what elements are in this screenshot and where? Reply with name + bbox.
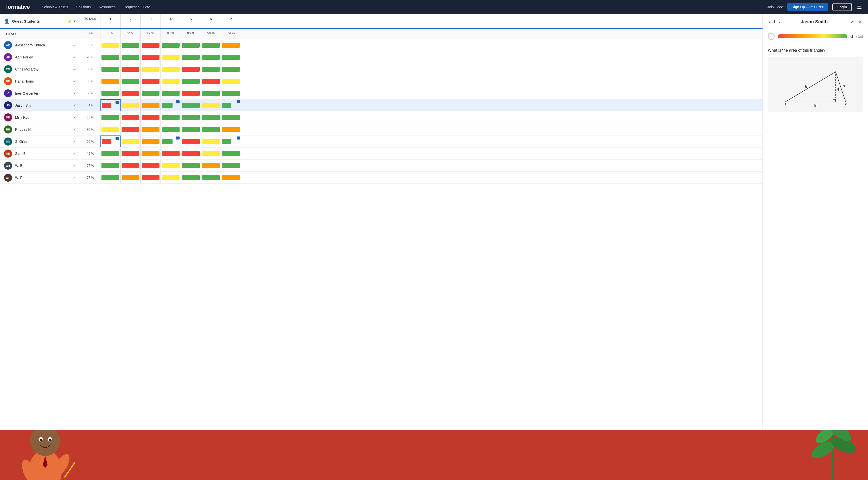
bar-cell[interactable]: [181, 87, 201, 99]
bar-cell[interactable]: [221, 124, 241, 135]
bar-cell[interactable]: [141, 160, 161, 171]
bar-cell[interactable]: [161, 75, 181, 87]
signup-button[interactable]: Sign Up — it's Free: [787, 3, 828, 11]
bar-cell[interactable]: [141, 75, 161, 87]
bar-cell[interactable]: [201, 147, 221, 159]
bar-cell[interactable]: [221, 75, 241, 87]
bar-cell[interactable]: [181, 63, 201, 75]
bar-cell[interactable]: [201, 124, 221, 135]
bar-cell[interactable]: [141, 136, 161, 147]
bar-cell[interactable]: [121, 172, 141, 183]
nav-link-schools[interactable]: Schools & Trusts: [42, 5, 68, 9]
bar-cell[interactable]: [141, 51, 161, 63]
bar-cell[interactable]: [161, 172, 181, 183]
bar-cell[interactable]: [121, 75, 141, 87]
menu-button[interactable]: ☰: [857, 4, 862, 10]
bar-cell[interactable]: [121, 39, 141, 51]
bar-cell[interactable]: [161, 39, 181, 51]
bar-cell[interactable]: [141, 147, 161, 159]
login-button[interactable]: Login: [832, 3, 852, 11]
bar-cell[interactable]: [221, 160, 241, 171]
next-page-button[interactable]: ›: [778, 18, 781, 26]
table-row[interactable]: RH Rhodes H. ✓ 70 %: [0, 124, 763, 136]
table-row[interactable]: SB Sam B. ✓ 49 %: [0, 147, 763, 160]
expand-button[interactable]: ⤢: [849, 18, 855, 26]
bar-cell[interactable]: [141, 172, 161, 183]
table-row[interactable]: MB Milly Roth ✓ 65 %: [0, 111, 763, 124]
bar-cell[interactable]: [201, 75, 221, 87]
bar-cell[interactable]: [221, 63, 241, 75]
table-row[interactable]: WB W. B. ✓ 67 %: [0, 160, 763, 172]
bar-cell[interactable]: [201, 160, 221, 171]
bar-cell[interactable]: [121, 160, 141, 171]
close-panel-button[interactable]: ✕: [857, 18, 863, 26]
bar-cell[interactable]: [201, 111, 221, 123]
bar-cell[interactable]: [201, 51, 221, 63]
table-row[interactable]: AC Alessandro Church ✓ 66 %: [0, 39, 763, 51]
table-row[interactable]: IC Ines Carpenter ✓ 60 %: [0, 87, 763, 99]
bar-cell[interactable]: [161, 87, 181, 99]
bar-cell[interactable]: [121, 99, 141, 111]
bar-cell[interactable]: [181, 39, 201, 51]
bar-cell[interactable]: [181, 172, 201, 183]
bar-cell[interactable]: [121, 111, 141, 123]
bar-cell[interactable]: [181, 51, 201, 63]
bar-cell[interactable]: [100, 111, 121, 123]
bar-cell[interactable]: [181, 136, 201, 147]
join-code-button[interactable]: Join Code: [767, 5, 783, 9]
bar-cell[interactable]: [201, 172, 221, 183]
bar-cell[interactable]: [221, 39, 241, 51]
bar-cell[interactable]: [141, 99, 161, 111]
bar-cell[interactable]: [221, 51, 241, 63]
bar-cell[interactable]: [121, 51, 141, 63]
nav-link-solutions[interactable]: Solutions: [76, 5, 91, 9]
nav-link-quote[interactable]: Request a Quote: [124, 5, 150, 9]
bar-cell[interactable]: [181, 124, 201, 135]
table-row[interactable]: CM Chris Mccarthy ✓ 53 %: [0, 63, 763, 75]
bar-cell[interactable]: [161, 63, 181, 75]
bar-cell[interactable]: [181, 111, 201, 123]
bar-cell[interactable]: [141, 39, 161, 51]
bar-cell[interactable]: [221, 99, 241, 111]
bar-cell[interactable]: [100, 136, 121, 147]
bar-cell[interactable]: [181, 147, 201, 159]
bar-cell[interactable]: [121, 136, 141, 147]
table-row[interactable]: HN Hana Norris ✓ 58 %: [0, 75, 763, 87]
table-row[interactable]: JS Jason Smith ✓ 64 %: [0, 99, 763, 111]
bar-cell[interactable]: [221, 136, 241, 147]
bar-cell[interactable]: [100, 160, 121, 171]
bar-cell[interactable]: [121, 87, 141, 99]
bar-cell[interactable]: [221, 172, 241, 183]
bar-cell[interactable]: [121, 63, 141, 75]
bar-cell[interactable]: [100, 51, 121, 63]
bar-cell[interactable]: [201, 99, 221, 111]
bar-cell[interactable]: [100, 124, 121, 135]
bar-cell[interactable]: [221, 87, 241, 99]
bar-cell[interactable]: [181, 99, 201, 111]
bar-cell[interactable]: [201, 63, 221, 75]
bar-cell[interactable]: [221, 111, 241, 123]
table-row[interactable]: SG S. Giles ✓ 56 %: [0, 136, 763, 147]
bar-cell[interactable]: [161, 51, 181, 63]
bar-cell[interactable]: [100, 147, 121, 159]
bar-cell[interactable]: [201, 87, 221, 99]
bar-cell[interactable]: [100, 87, 121, 99]
bar-cell[interactable]: [161, 147, 181, 159]
nav-link-resources[interactable]: Resources: [99, 5, 116, 9]
bar-cell[interactable]: [141, 124, 161, 135]
bar-cell[interactable]: [100, 75, 121, 87]
prev-page-button[interactable]: ‹: [768, 18, 771, 26]
lightning-button[interactable]: ⚡: [67, 18, 73, 24]
bar-cell[interactable]: [161, 111, 181, 123]
bar-cell[interactable]: [161, 160, 181, 171]
bar-cell[interactable]: [100, 172, 121, 183]
bar-cell[interactable]: [161, 99, 181, 111]
table-row[interactable]: WR W. R. ✓ 67 %: [0, 172, 763, 184]
bar-cell[interactable]: [221, 147, 241, 159]
table-row[interactable]: AF April Farley ✓ 70 %: [0, 51, 763, 63]
bar-cell[interactable]: [100, 39, 121, 51]
bar-cell[interactable]: [121, 124, 141, 135]
bar-cell[interactable]: [161, 124, 181, 135]
bar-cell[interactable]: [100, 63, 121, 75]
bar-cell[interactable]: [141, 63, 161, 75]
